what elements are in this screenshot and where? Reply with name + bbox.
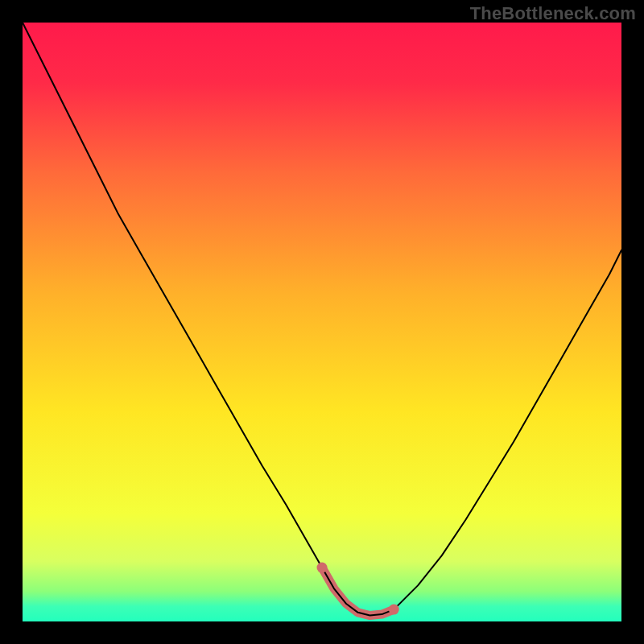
watermark-label: TheBottleneck.com <box>470 3 636 24</box>
highlight-endpoint <box>389 605 399 615</box>
chart-frame: TheBottleneck.com <box>0 0 644 644</box>
plot-area <box>23 23 621 621</box>
bottleneck-curve-chart <box>23 23 621 621</box>
highlight-endpoint <box>317 563 328 573</box>
gradient-background <box>23 23 621 621</box>
